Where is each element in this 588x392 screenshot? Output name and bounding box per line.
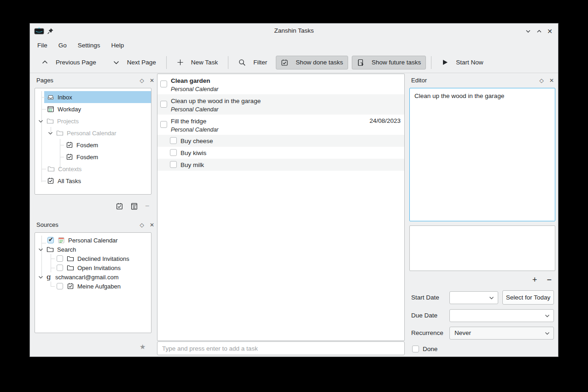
main-toolbar: Previous Page Next Page New Task Filter … bbox=[30, 52, 558, 73]
google-icon: g bbox=[47, 273, 52, 281]
window-title: Zanshin Tasks bbox=[30, 23, 558, 38]
source-checkbox[interactable] bbox=[57, 283, 63, 289]
pages-item-inbox[interactable]: Inbox bbox=[35, 91, 151, 103]
source-item-search[interactable]: Search bbox=[35, 245, 151, 254]
folder-icon bbox=[56, 129, 64, 137]
next-page-button[interactable]: Next Page bbox=[108, 56, 161, 69]
float-panel-icon[interactable]: ◇ bbox=[138, 219, 146, 231]
show-future-tasks-toggle[interactable]: Show future tasks bbox=[352, 56, 426, 69]
pages-item-fosdem-1[interactable]: Fosdem bbox=[35, 139, 151, 151]
default-source-star-icon[interactable]: ★ bbox=[140, 343, 146, 351]
chevron-down-icon bbox=[544, 330, 550, 336]
tree-label: Projects bbox=[57, 118, 79, 125]
task-row[interactable]: Clean garden Personal Calendar bbox=[157, 74, 404, 94]
play-icon bbox=[442, 59, 448, 66]
task-title-editor[interactable]: Clean up the wood in the garage bbox=[409, 88, 555, 221]
pages-item-all-tasks[interactable]: All Tasks bbox=[35, 175, 151, 187]
remove-page-button[interactable]: − bbox=[145, 202, 149, 210]
pages-panel-title: Pages bbox=[36, 75, 53, 86]
menu-bar: File Go Settings Help bbox=[32, 39, 129, 52]
search-icon bbox=[239, 59, 246, 66]
tree-label: schwancarl@gmail.com bbox=[55, 274, 118, 281]
add-attachment-button[interactable]: + bbox=[532, 276, 537, 284]
start-date-label: Start Date bbox=[411, 291, 439, 304]
pages-item-personal-calendar[interactable]: Personal Calendar bbox=[35, 127, 151, 139]
show-done-tasks-toggle[interactable]: Show done tasks bbox=[276, 56, 348, 69]
menu-go[interactable]: Go bbox=[53, 39, 72, 52]
subtask-row[interactable]: Buy milk bbox=[157, 159, 404, 171]
source-checkbox[interactable] bbox=[47, 237, 54, 243]
task-row[interactable]: Fill the fridge Personal Calendar 24/08/… bbox=[157, 115, 404, 135]
task-source: Personal Calendar bbox=[171, 85, 401, 93]
task-checkbox[interactable] bbox=[170, 149, 177, 156]
chevron-down-icon bbox=[544, 313, 550, 319]
minimize-button[interactable] bbox=[524, 28, 532, 35]
sources-panel-title: Sources bbox=[36, 219, 58, 231]
task-checkbox[interactable] bbox=[170, 137, 177, 144]
menu-file[interactable]: File bbox=[32, 39, 53, 52]
remove-attachment-button[interactable]: − bbox=[547, 276, 552, 284]
maximize-button[interactable] bbox=[535, 28, 543, 35]
toolbar-separator bbox=[228, 56, 228, 69]
task-list-icon bbox=[67, 282, 74, 290]
task-list: Clean garden Personal Calendar Clean up … bbox=[157, 74, 405, 341]
close-panel-icon[interactable]: ✕ bbox=[148, 219, 156, 231]
close-panel-icon[interactable]: ✕ bbox=[547, 75, 556, 86]
new-task-button[interactable]: New Task bbox=[172, 56, 223, 69]
source-item-personal-calendar[interactable]: Personal Calendar bbox=[35, 236, 151, 245]
close-button[interactable]: ✕ bbox=[546, 28, 554, 35]
float-panel-icon[interactable]: ◇ bbox=[537, 75, 546, 86]
select-for-today-button[interactable]: Select for Today bbox=[502, 290, 554, 305]
expand-arrow-icon[interactable] bbox=[38, 247, 44, 253]
task-checkbox[interactable] bbox=[160, 121, 167, 128]
editor-panel-header: Editor ◇ ✕ bbox=[408, 75, 555, 86]
expand-arrow-icon[interactable] bbox=[38, 274, 44, 280]
attachment-buttons: + − bbox=[532, 276, 552, 284]
expand-arrow-icon[interactable] bbox=[38, 118, 44, 124]
float-panel-icon[interactable]: ◇ bbox=[138, 75, 146, 86]
source-item-meine-aufgaben[interactable]: Meine Aufgaben bbox=[35, 282, 151, 291]
subtask-row[interactable]: Buy kiwis bbox=[157, 147, 404, 159]
tree-label: Search bbox=[57, 246, 76, 253]
recurrence-combobox[interactable]: Never bbox=[449, 327, 554, 340]
toolbar-separator bbox=[431, 56, 431, 69]
task-description-editor[interactable] bbox=[409, 225, 555, 271]
done-label: Done bbox=[423, 345, 437, 353]
source-item-open-invitations[interactable]: Open Invitations bbox=[35, 263, 151, 272]
add-context-button[interactable] bbox=[130, 202, 138, 210]
pages-item-fosdem-2[interactable]: Fosdem bbox=[35, 151, 151, 163]
start-now-button[interactable]: Start Now bbox=[437, 56, 488, 69]
pages-item-workday[interactable]: Workday bbox=[35, 103, 151, 115]
source-checkbox[interactable] bbox=[57, 255, 63, 262]
due-date-combobox[interactable] bbox=[449, 309, 554, 322]
tree-label: Contexts bbox=[58, 166, 82, 173]
tree-label: Fosdem bbox=[76, 142, 98, 149]
task-checkbox[interactable] bbox=[170, 161, 177, 168]
title-bar[interactable]: Zanshin Tasks ✕ bbox=[30, 23, 558, 39]
tree-label: Fosdem bbox=[76, 154, 98, 161]
source-checkbox[interactable] bbox=[57, 265, 63, 271]
task-source: Personal Calendar bbox=[171, 105, 401, 114]
pages-item-contexts[interactable]: Contexts bbox=[35, 163, 151, 175]
start-date-combobox[interactable] bbox=[449, 291, 498, 304]
task-row[interactable]: Clean up the wood in the garage Personal… bbox=[157, 94, 404, 115]
subtask-row[interactable]: Buy cheese bbox=[157, 135, 404, 147]
tree-label: Inbox bbox=[58, 94, 72, 101]
done-checkbox[interactable] bbox=[412, 346, 419, 352]
previous-page-button[interactable]: Previous Page bbox=[36, 56, 101, 69]
source-item-account[interactable]: g schwancarl@gmail.com bbox=[35, 272, 151, 282]
expand-arrow-icon[interactable] bbox=[47, 130, 53, 136]
task-checkbox[interactable] bbox=[160, 81, 167, 87]
tree-label: Personal Calendar bbox=[68, 237, 118, 244]
filter-button[interactable]: Filter bbox=[233, 56, 272, 69]
tree-label: Personal Calendar bbox=[67, 130, 116, 137]
source-item-declined-invitations[interactable]: Declined Invitations bbox=[35, 254, 151, 263]
menu-settings[interactable]: Settings bbox=[72, 39, 106, 52]
pages-item-projects[interactable]: Projects bbox=[35, 115, 151, 127]
add-project-button[interactable] bbox=[116, 202, 123, 210]
task-checkbox[interactable] bbox=[160, 101, 167, 108]
close-panel-icon[interactable]: ✕ bbox=[148, 75, 156, 86]
add-task-input[interactable] bbox=[157, 341, 405, 355]
app-window: Zanshin Tasks ✕ File Go Settings Help Pr… bbox=[29, 23, 559, 357]
menu-help[interactable]: Help bbox=[106, 39, 130, 52]
